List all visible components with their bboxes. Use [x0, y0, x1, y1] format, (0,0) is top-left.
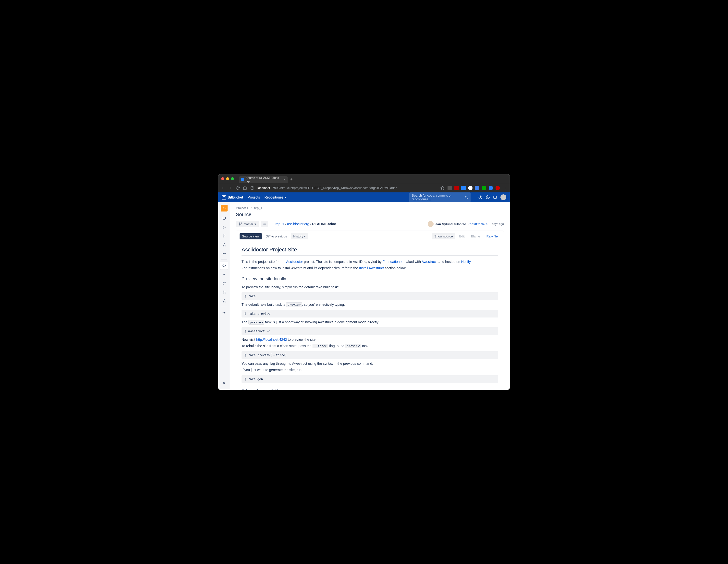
commit-hash[interactable]: 73550967676: [468, 222, 487, 226]
sidebar: [218, 202, 230, 390]
code-block: $ awestruct -d: [242, 327, 498, 335]
rendered-content: Asciidoctor Project Site This is the pro…: [236, 242, 504, 390]
sidebar-clone[interactable]: [220, 215, 228, 222]
new-tab-button[interactable]: +: [290, 177, 292, 182]
section-commit: Add and commit files: [242, 388, 498, 390]
link-localhost[interactable]: http://localhost:4242: [256, 337, 287, 341]
intro-para: This is the project site for the Asciido…: [242, 259, 498, 265]
crumb-repo[interactable]: rep_1: [254, 206, 262, 210]
close-tab-icon[interactable]: ×: [283, 178, 285, 182]
history-dropdown[interactable]: History ▾: [291, 233, 308, 240]
search-icon: [465, 195, 468, 199]
nav-repositories[interactable]: Repositories ▾: [264, 195, 286, 199]
home-button[interactable]: [243, 186, 247, 190]
sidebar-pr-create[interactable]: [220, 232, 228, 240]
edit-button: Edit: [457, 233, 467, 240]
chevron-down-icon: ▾: [284, 195, 286, 199]
extension-icon[interactable]: [448, 186, 452, 190]
logo-text: Bitbucket: [228, 195, 243, 199]
author-avatar[interactable]: [428, 221, 434, 227]
show-source-button[interactable]: Show source: [432, 233, 455, 240]
extension-icon[interactable]: [461, 186, 466, 190]
file-view-toolbar: Source view Diff to previous History ▾ S…: [236, 231, 504, 242]
extension-icon[interactable]: [475, 186, 479, 190]
sidebar-commits[interactable]: [220, 271, 228, 278]
raw-file-link[interactable]: Raw file: [484, 233, 500, 240]
more-actions-button[interactable]: •••: [261, 221, 268, 227]
extension-icon[interactable]: [496, 186, 500, 190]
branch-selector[interactable]: master ▾: [236, 221, 259, 227]
svg-rect-14: [223, 217, 225, 219]
bitbucket-logo[interactable]: Bitbucket: [222, 195, 243, 200]
sidebar-source[interactable]: [220, 262, 228, 270]
nav-projects[interactable]: Projects: [248, 195, 260, 199]
svg-point-36: [224, 299, 224, 300]
author-verb: authored: [453, 222, 466, 226]
user-avatar[interactable]: [500, 194, 506, 200]
extension-icon[interactable]: [489, 186, 493, 190]
extension-icon[interactable]: [454, 186, 459, 190]
address-bar[interactable]: localhost:7990/bitbucket/projects/PROJEC…: [257, 186, 437, 190]
svg-point-16: [223, 228, 223, 229]
svg-point-35: [225, 293, 225, 293]
back-button[interactable]: [221, 186, 225, 190]
divider: [272, 221, 272, 227]
bitbucket-icon: [222, 195, 226, 200]
code-block: $ rake preview[--force]: [242, 351, 498, 359]
site-info-icon[interactable]: [250, 186, 255, 190]
code-block: $ rake gen: [242, 375, 498, 383]
sidebar-pull-requests[interactable]: [220, 288, 228, 296]
tab-title: Source of README.adoc - rep_: [246, 176, 281, 183]
browser-tab[interactable]: Source of README.adoc - rep_ ×: [239, 176, 288, 183]
forward-button[interactable]: [228, 186, 232, 190]
maximize-window-button[interactable]: [231, 177, 234, 180]
path-dir[interactable]: asciidoctor.org: [287, 222, 309, 226]
path-repo[interactable]: rep_1: [275, 222, 284, 226]
para: If you just want to generate the site, r…: [242, 367, 498, 372]
commit-time: 2 days ago: [489, 222, 504, 226]
sidebar-compare[interactable]: [220, 250, 228, 258]
reload-button[interactable]: [235, 186, 240, 190]
svg-point-34: [223, 293, 223, 293]
sidebar-branch-create[interactable]: [220, 223, 228, 231]
inline-code: preview: [345, 344, 361, 348]
star-icon[interactable]: [440, 186, 445, 190]
sidebar-fork[interactable]: [220, 241, 228, 249]
link-awestruct[interactable]: Awestruct: [422, 260, 437, 264]
para: You can pass any flag through to Awestru…: [242, 361, 498, 366]
inbox-icon[interactable]: [493, 195, 497, 199]
browser-menu-icon[interactable]: [503, 186, 507, 190]
svg-point-24: [225, 246, 225, 246]
link-asciidoctor[interactable]: Asciidoctor: [286, 260, 303, 264]
svg-point-26: [225, 254, 225, 254]
project-icon[interactable]: [221, 205, 228, 212]
settings-icon[interactable]: [486, 195, 490, 199]
sidebar-forks[interactable]: [220, 297, 228, 305]
extension-icon[interactable]: [468, 186, 473, 190]
bitbucket-header: Bitbucket Projects Repositories ▾ Search…: [218, 193, 510, 202]
diff-tab[interactable]: Diff to previous: [263, 233, 289, 240]
page-title: Source: [236, 212, 504, 218]
sidebar-branches[interactable]: [220, 279, 228, 287]
source-view-tab[interactable]: Source view: [240, 233, 262, 240]
link-netlify[interactable]: Netlify: [461, 260, 471, 264]
minimize-window-button[interactable]: [226, 177, 229, 180]
link-foundation[interactable]: Foundation 4: [383, 260, 403, 264]
expand-sidebar-button[interactable]: [220, 379, 228, 387]
file-panel: Source view Diff to previous History ▾ S…: [236, 231, 504, 390]
search-input[interactable]: Search for code, commits or repositories…: [409, 193, 471, 202]
svg-point-30: [223, 282, 223, 283]
para: The preview task is just a short way of …: [242, 319, 498, 325]
close-window-button[interactable]: [221, 177, 224, 180]
inline-code: preview: [286, 302, 302, 307]
svg-point-7: [465, 196, 467, 198]
svg-point-25: [223, 254, 223, 254]
sidebar-repo-settings[interactable]: [220, 309, 228, 317]
inline-code: --force: [313, 344, 328, 348]
help-icon[interactable]: [478, 195, 482, 199]
url-host: localhost: [257, 186, 270, 190]
crumb-project[interactable]: Project 1: [236, 206, 248, 210]
extension-icon[interactable]: [482, 186, 486, 190]
link-install-awestruct[interactable]: Install Awestruct: [359, 266, 384, 270]
section-preview: Preview the site locally: [242, 277, 498, 282]
